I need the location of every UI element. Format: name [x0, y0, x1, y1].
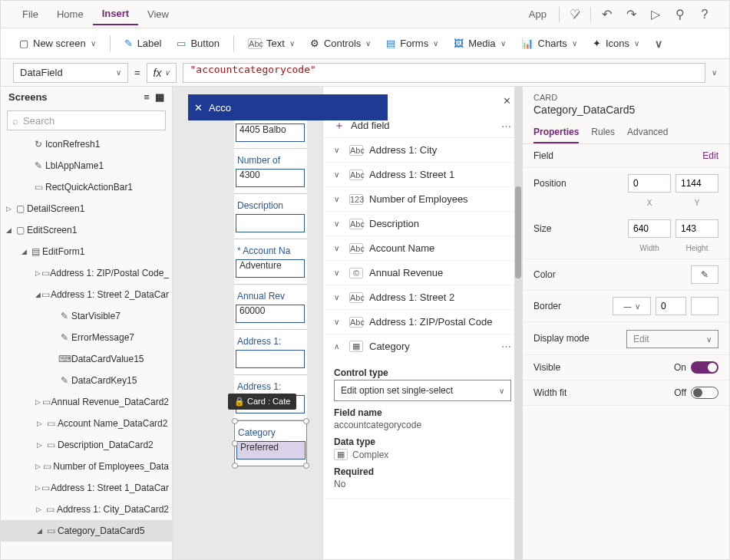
controls-dropdown[interactable]: ⚙Controls∨ [304, 35, 377, 52]
formula-input[interactable]: "accountcategorycode" [183, 63, 705, 83]
chevron-down-icon: ∨ [334, 318, 343, 326]
chevron-down-icon: ∨ [334, 244, 343, 252]
color-picker[interactable]: ✎ [691, 265, 718, 284]
menu-insert[interactable]: Insert [93, 3, 138, 25]
undo-icon[interactable]: ↶ [594, 7, 619, 21]
tree-scrollbar[interactable] [514, 87, 522, 559]
tree-node-star[interactable]: ✎StarVisible7 [1, 305, 172, 327]
chevron-down-icon: ∨ [334, 268, 343, 277]
tab-rules[interactable]: Rules [591, 122, 615, 143]
text-dropdown[interactable]: AbcText∨ [242, 35, 301, 52]
tree-node-err[interactable]: ✎ErrorMessage7 [1, 327, 172, 348]
new-screen-button[interactable]: ▢New screen∨ [13, 35, 102, 52]
form-numemp-input[interactable]: 4300 [236, 169, 305, 187]
tree-node-dck[interactable]: ✎DataCardKey15 [1, 370, 172, 391]
close-icon[interactable]: ✕ [503, 95, 511, 107]
position-x-input[interactable] [628, 174, 671, 193]
field-revenue[interactable]: ∨©Annual Revenue [323, 261, 522, 285]
more-icon[interactable]: ⋯ [501, 341, 511, 352]
field-edit-link[interactable]: Edit [702, 150, 718, 161]
tree-node-rectquick[interactable]: ▭RectQuickActionBar1 [1, 176, 172, 198]
tree-node-city[interactable]: ▷▭Address 1: City_DataCard2 [1, 499, 172, 520]
displaymode-select[interactable]: Edit∨ [626, 330, 718, 348]
tree-node-editform[interactable]: ◢▤EditForm1 [1, 241, 172, 262]
play-icon[interactable]: ▷ [643, 7, 668, 21]
tree-node-category[interactable]: ◢▭Category_DataCard5 [1, 520, 172, 542]
charts-dropdown[interactable]: 📊Charts∨ [515, 35, 583, 52]
tree-node-street2[interactable]: ◢▭Address 1: Street 2_DataCar [1, 284, 172, 305]
control-type-select[interactable]: Edit option set single-select∨ [334, 380, 511, 401]
field-desc[interactable]: ∨AbcDescription [323, 212, 522, 236]
redo-icon[interactable]: ↷ [619, 7, 643, 21]
selection-handle[interactable] [303, 463, 309, 469]
help-icon[interactable]: ? [692, 8, 717, 21]
selection-handle[interactable] [232, 418, 238, 424]
close-icon[interactable]: ✕ [194, 102, 203, 114]
tree-filter-icon[interactable]: ≡ [144, 91, 150, 103]
form-addr-value[interactable]: 4405 Balbo [236, 124, 305, 142]
canvas[interactable]: ✕Acco 4405 Balbo Number of4300 Descripti… [173, 87, 522, 559]
tree-node-street1[interactable]: ▷▭Address 1: Street 1_DataCar [1, 477, 172, 499]
form-acct-input[interactable]: Adventure [236, 259, 305, 278]
field-street2[interactable]: ∨AbcAddress 1: Street 2 [323, 285, 522, 309]
screens-tree-pane: Screens ≡ ▦ ⌕Search ↻IconRefresh1 ✎LblAp… [1, 87, 173, 559]
tab-properties[interactable]: Properties [533, 122, 579, 143]
overflow-chevron[interactable]: ∨ [649, 35, 669, 53]
forms-dropdown[interactable]: ▤Forms∨ [380, 35, 444, 52]
tab-advanced[interactable]: Advanced [627, 122, 668, 143]
form-cat-input[interactable]: Preferred [236, 441, 306, 460]
form-street2-input[interactable] [236, 350, 305, 368]
more-icon[interactable]: ⋯ [501, 120, 511, 132]
size-width-input[interactable] [628, 219, 671, 238]
tree-node-zip[interactable]: ▷▭Address 1: ZIP/Postal Code_ [1, 262, 172, 284]
menu-view[interactable]: View [138, 4, 178, 25]
size-height-input[interactable] [675, 219, 718, 238]
selection-handle[interactable] [303, 418, 309, 424]
tree-node-detailscreen[interactable]: ▷▢DetailScreen1 [1, 198, 172, 219]
visible-value: On [674, 362, 686, 373]
field-zip[interactable]: ∨AbcAddress 1: ZIP/Postal Code [323, 310, 522, 334]
screen-icon: ▢ [19, 38, 28, 49]
field-acctname[interactable]: ∨AbcAccount Name [323, 236, 522, 260]
tree-node-annual[interactable]: ▷▭Annual Revenue_DataCard2 [1, 391, 172, 413]
form-rev-input[interactable]: 60000 [236, 305, 305, 323]
tree-node-desc[interactable]: ▷▭Description_DataCard2 [1, 434, 172, 456]
label-button[interactable]: ✎Label [118, 35, 168, 52]
form-desc-label: Description [236, 197, 306, 214]
button-button[interactable]: ▭Button [170, 35, 226, 52]
menu-file[interactable]: File [13, 4, 48, 25]
field-city[interactable]: ∨AbcAddress 1: City [323, 138, 522, 162]
media-dropdown[interactable]: 🖼Media∨ [448, 35, 511, 52]
tree-search-input[interactable]: ⌕Search [7, 110, 166, 130]
widthfit-toggle[interactable] [691, 387, 718, 399]
property-select[interactable]: DataField∨ [13, 63, 128, 83]
abc-icon: Abc [349, 243, 363, 254]
field-numemp[interactable]: ∨123Number of Employees [323, 187, 522, 211]
field-category[interactable]: ∧▦Category⋯ [323, 334, 522, 358]
menu-app[interactable]: App [520, 4, 556, 25]
tree-node-acct[interactable]: ▷▭Account Name_DataCard2 [1, 413, 172, 434]
form-desc-input[interactable] [236, 214, 305, 232]
menu-home[interactable]: Home [48, 4, 93, 25]
visible-toggle[interactable] [691, 361, 718, 374]
tree-node-lblappname[interactable]: ✎LblAppName1 [1, 155, 172, 176]
displaymode-label: Display mode [533, 333, 590, 344]
tree-node-num[interactable]: ▷▭Number of Employees_Data [1, 456, 172, 477]
border-width-input[interactable] [656, 297, 686, 315]
field-street1[interactable]: ∨AbcAddress 1: Street 1 [323, 163, 522, 186]
tree-node-dcv[interactable]: ⌨DataCardValue15 [1, 348, 172, 370]
tree-node-editscreen[interactable]: ◢▢EditScreen1 [1, 219, 172, 241]
tree-grid-icon[interactable]: ▦ [155, 91, 164, 103]
share-icon[interactable]: ⚲ [668, 7, 692, 21]
border-style-select[interactable]: — ∨ [613, 297, 651, 315]
selection-handle[interactable] [232, 440, 238, 446]
formula-expand-icon[interactable]: ∨ [712, 68, 717, 77]
tree-node-iconrefresh[interactable]: ↻IconRefresh1 [1, 133, 172, 155]
diagnostics-icon[interactable]: ♡̷ [563, 7, 587, 21]
border-color-picker[interactable] [691, 297, 718, 315]
position-y-input[interactable] [675, 174, 718, 193]
selection-handle[interactable] [232, 463, 238, 469]
fx-button[interactable]: fx∨ [147, 63, 177, 83]
properties-pane: CARD Category_DataCard5 Properties Rules… [522, 87, 729, 559]
icons-dropdown[interactable]: ✦Icons∨ [586, 35, 646, 52]
